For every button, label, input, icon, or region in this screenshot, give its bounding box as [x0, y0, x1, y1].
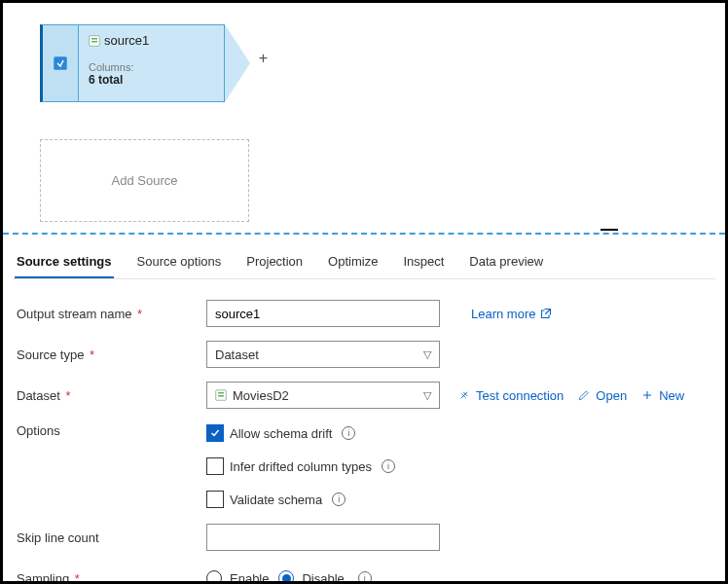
- check-icon: [209, 427, 221, 439]
- pencil-icon: [577, 388, 591, 402]
- source-type-select[interactable]: Dataset ▽: [206, 341, 440, 368]
- options-label: Options: [17, 420, 206, 438]
- settings-panel: Source settings Source options Projectio…: [3, 237, 725, 581]
- add-source-button[interactable]: Add Source: [40, 139, 249, 222]
- sampling-enable-radio[interactable]: [206, 570, 222, 584]
- dataset-select[interactable]: MoviesD2 ▽: [206, 382, 440, 409]
- svg-rect-5: [218, 392, 224, 394]
- new-dataset-link[interactable]: New: [640, 388, 684, 403]
- sampling-enable-label: Enable: [230, 571, 269, 585]
- dataflow-icon: [52, 55, 69, 72]
- tab-source-options[interactable]: Source options: [135, 248, 224, 278]
- dataset-icon: [89, 35, 100, 47]
- output-stream-label: Output stream name *: [17, 307, 206, 321]
- dataset-label: Dataset *: [17, 388, 206, 403]
- tab-data-preview[interactable]: Data preview: [467, 248, 545, 278]
- source-node-output[interactable]: +: [225, 24, 250, 102]
- dataflow-canvas[interactable]: source1 Columns: 6 total + Add Source: [3, 3, 725, 232]
- open-dataset-link[interactable]: Open: [577, 388, 627, 403]
- columns-count: 6 total: [89, 73, 214, 87]
- learn-more-link[interactable]: Learn more: [471, 307, 552, 321]
- source-node-body[interactable]: source1 Columns: 6 total: [79, 24, 225, 102]
- infer-types-checkbox[interactable]: [206, 457, 224, 475]
- validate-schema-checkbox[interactable]: [206, 491, 224, 508]
- chevron-down-icon: ▽: [423, 348, 431, 361]
- info-icon[interactable]: i: [332, 493, 346, 506]
- output-stream-input[interactable]: [206, 300, 440, 327]
- tab-optimize[interactable]: Optimize: [326, 248, 380, 278]
- tab-projection[interactable]: Projection: [244, 248, 305, 278]
- sampling-disable-radio[interactable]: [278, 570, 294, 584]
- info-icon[interactable]: i: [382, 459, 395, 473]
- allow-schema-drift-checkbox[interactable]: [206, 424, 224, 442]
- plug-icon: [457, 388, 471, 402]
- dataset-icon: [215, 389, 227, 401]
- info-icon[interactable]: i: [358, 571, 372, 584]
- skip-line-count-input[interactable]: [206, 524, 440, 551]
- svg-rect-6: [218, 395, 224, 397]
- svg-rect-0: [54, 56, 67, 70]
- chevron-down-icon: ▽: [423, 389, 431, 402]
- settings-tabs: Source settings Source options Projectio…: [13, 244, 715, 279]
- add-source-label: Add Source: [112, 173, 178, 188]
- sampling-disable-label: Disable: [302, 571, 344, 585]
- allow-schema-drift-label: Allow schema drift: [230, 426, 332, 441]
- external-link-icon: [540, 308, 552, 319]
- svg-rect-3: [91, 41, 97, 43]
- info-icon[interactable]: i: [342, 426, 355, 440]
- plus-icon: [640, 388, 654, 402]
- canvas-panel-divider[interactable]: [3, 233, 725, 235]
- source-settings-form: Output stream name * Learn more Source t…: [13, 279, 715, 584]
- source-node-title: source1: [104, 33, 149, 48]
- tab-inspect[interactable]: Inspect: [401, 248, 446, 278]
- add-transform-button[interactable]: +: [259, 50, 268, 67]
- panel-resize-handle[interactable]: [601, 229, 618, 231]
- columns-label: Columns:: [89, 61, 214, 73]
- tab-source-settings[interactable]: Source settings: [15, 248, 114, 278]
- source-type-label: Source type *: [17, 347, 206, 362]
- svg-rect-2: [91, 38, 97, 40]
- source-node-handle[interactable]: [40, 24, 79, 102]
- sampling-label: Sampling *: [17, 571, 206, 585]
- infer-types-label: Infer drifted column types: [230, 459, 372, 474]
- skip-line-count-label: Skip line count: [17, 530, 206, 545]
- validate-schema-label: Validate schema: [230, 493, 322, 507]
- test-connection-link[interactable]: Test connection: [457, 388, 564, 403]
- source-node[interactable]: source1 Columns: 6 total +: [40, 24, 250, 102]
